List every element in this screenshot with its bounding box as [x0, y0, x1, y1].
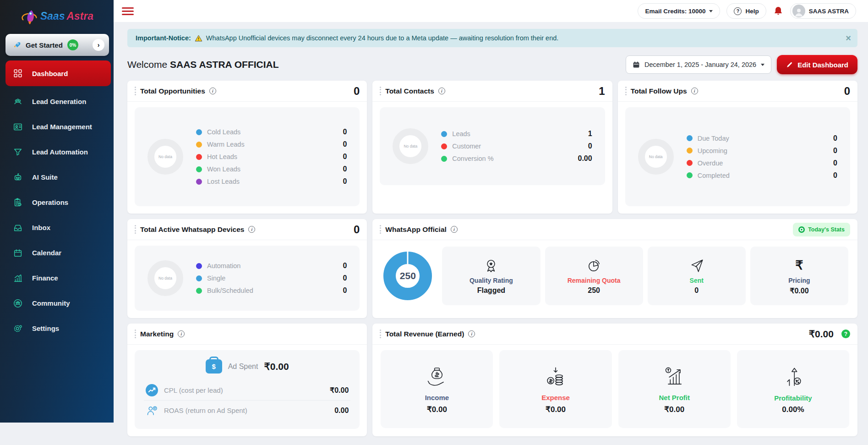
edit-dashboard-label: Edit Dashboard — [797, 61, 848, 69]
legend-row: Due Today0 — [687, 134, 837, 143]
card-title: Total Active Whatsapp Devices — [140, 225, 244, 234]
sidebar-item-operations[interactable]: Operations — [0, 190, 114, 215]
sidebar-item-label: Inbox — [32, 224, 50, 231]
drag-handle[interactable] — [380, 330, 381, 339]
question-mark-icon: ? — [734, 7, 742, 15]
rocket-logo-icon — [20, 7, 38, 25]
info-icon[interactable]: i — [451, 226, 458, 233]
hamburger-menu-icon[interactable] — [122, 7, 134, 15]
award-icon — [483, 257, 499, 275]
legend-label: Overdue — [698, 159, 723, 167]
legend-row: Leads1 — [441, 130, 592, 138]
chevron-right-icon[interactable]: › — [93, 39, 104, 51]
card-title: Total Revenue (Earned) — [385, 330, 464, 338]
close-icon[interactable]: × — [846, 33, 851, 43]
drag-handle[interactable] — [625, 87, 627, 96]
card-header: WhatsApp Official i Today's Stats — [372, 219, 857, 240]
get-started-button[interactable]: Get Started 0% › — [5, 34, 109, 56]
sidebar-item-inbox[interactable]: Inbox — [0, 215, 114, 240]
legend-value: 0 — [343, 128, 347, 136]
sidebar-item-settings[interactable]: Settings — [0, 316, 114, 341]
sidebar-item-label: Lead Automation — [32, 148, 88, 156]
legend-label: Cold Leads — [207, 128, 240, 136]
drag-handle[interactable] — [380, 225, 381, 234]
card-whatsapp-official: WhatsApp Official i Today's Stats 250 — [372, 219, 857, 318]
revenue-tile-net-profit: Net Profit ₹0.00 — [618, 350, 731, 428]
info-icon[interactable]: i — [209, 88, 216, 94]
card-total-revenue: Total Revenue (Earned) i ₹0.00 ? Income … — [372, 324, 857, 436]
card-total-contacts: Total Contacts i 1 No data Leads1 Custom… — [372, 81, 612, 214]
legend-label: Customer — [452, 143, 481, 150]
legend-value: 0 — [343, 153, 347, 161]
sidebar-item-label: Finance — [32, 274, 58, 282]
card-body: No data Due Today0 Upcoming0 Overdue0 Co… — [625, 107, 850, 206]
help-badge-icon[interactable]: ? — [841, 330, 850, 338]
sidebar-nav: Dashboard Lead Generation Lead Managemen… — [0, 60, 114, 341]
sidebar-item-lead-management[interactable]: Lead Management — [0, 114, 114, 139]
info-icon[interactable]: i — [178, 330, 185, 337]
revenue-tile-value: ₹0.00 — [546, 405, 566, 414]
inbox-icon — [13, 223, 23, 233]
info-icon[interactable]: i — [438, 88, 445, 94]
drag-handle[interactable] — [380, 87, 381, 96]
sidebar-item-dashboard[interactable]: Dashboard — [5, 60, 111, 86]
legend-row: Upcoming0 — [687, 147, 837, 155]
content: Important-Notice: WhatsApp Unofficial de… — [114, 22, 868, 445]
help-button[interactable]: ? Help — [726, 3, 766, 19]
legend-dot — [196, 263, 202, 269]
info-icon[interactable]: i — [248, 226, 255, 233]
card-body: No data Automation0 Single0 Bulk/Schedul… — [135, 246, 360, 311]
revenue-tile-expense: Expense ₹0.00 — [499, 350, 611, 428]
legend-dot — [196, 179, 202, 185]
legend-label: Automation — [207, 262, 240, 269]
sidebar-item-label: Community — [32, 299, 70, 307]
legend-row: Customer0 — [441, 142, 592, 150]
notice-message: WhatsApp Unofficial devices may disconne… — [206, 34, 558, 42]
clipboard-gear-icon — [13, 198, 23, 208]
legend-dot — [687, 148, 693, 154]
card-title: Total Contacts — [385, 87, 434, 95]
sidebar-item-lead-automation[interactable]: Lead Automation — [0, 139, 114, 165]
edit-dashboard-button[interactable]: Edit Dashboard — [777, 55, 857, 74]
info-icon[interactable]: i — [468, 330, 475, 337]
drag-handle[interactable] — [135, 225, 136, 234]
sidebar-item-community[interactable]: Community — [0, 291, 114, 316]
card-title: Total Follow Ups — [631, 87, 687, 95]
legend-dot — [196, 154, 202, 160]
ad-spent-value: ₹0.00 — [264, 361, 289, 372]
sidebar-item-calendar[interactable]: Calendar — [0, 240, 114, 265]
legend-label: Completed — [698, 172, 730, 179]
legend-row: Overdue0 — [687, 159, 837, 167]
user-menu-button[interactable]: SAAS ASTRA — [790, 3, 856, 19]
sidebar-item-lead-generation[interactable]: Lead Generation — [0, 89, 114, 114]
chevron-down-icon — [761, 64, 764, 66]
chevron-down-icon — [709, 10, 713, 12]
card-title: Marketing — [140, 330, 174, 338]
drag-handle[interactable] — [135, 330, 136, 339]
legend-value: 1 — [588, 130, 592, 138]
email-credits-button[interactable]: Email Credits: 10000 — [638, 3, 720, 19]
ad-spent-bag-icon: $ — [206, 359, 222, 374]
notification-bell-icon[interactable] — [773, 5, 784, 16]
stat-label: Sent — [690, 277, 704, 284]
card-total-active-whatsapp-devices: Total Active Whatsapp Devices i 0 No dat… — [127, 219, 367, 318]
legend-row: Cold Leads0 — [196, 128, 347, 136]
revenue-tile-label: Expense — [541, 394, 570, 401]
legend-value: 0 — [343, 140, 347, 148]
money-bag-hand-icon — [425, 364, 449, 390]
card-marketing: Marketing i $ Ad Spent ₹0.00 — [127, 324, 367, 436]
date-range-picker[interactable]: December 1, 2025 - January 24, 2026 — [626, 55, 771, 74]
sidebar-item-ai-suite[interactable]: AI Suite — [0, 165, 114, 190]
legend-dot — [441, 131, 447, 137]
card-body: $ Ad Spent ₹0.00 CPL (cost per lead) ₹0.… — [135, 350, 360, 429]
ad-spent-row: $ Ad Spent ₹0.00 — [144, 352, 350, 380]
calendar-icon — [633, 61, 640, 68]
revenue-tile-label: Income — [425, 394, 449, 401]
drag-handle[interactable] — [135, 87, 136, 96]
welcome-row: Welcome SAAS ASTRA OFFICIAL December 1, … — [127, 55, 857, 74]
legend-label: Conversion % — [452, 155, 493, 162]
sidebar-item-finance[interactable]: Finance — [0, 265, 114, 291]
info-icon[interactable]: i — [691, 88, 698, 94]
legend-label: Leads — [452, 130, 470, 137]
card-total-value: 0 — [354, 85, 360, 98]
